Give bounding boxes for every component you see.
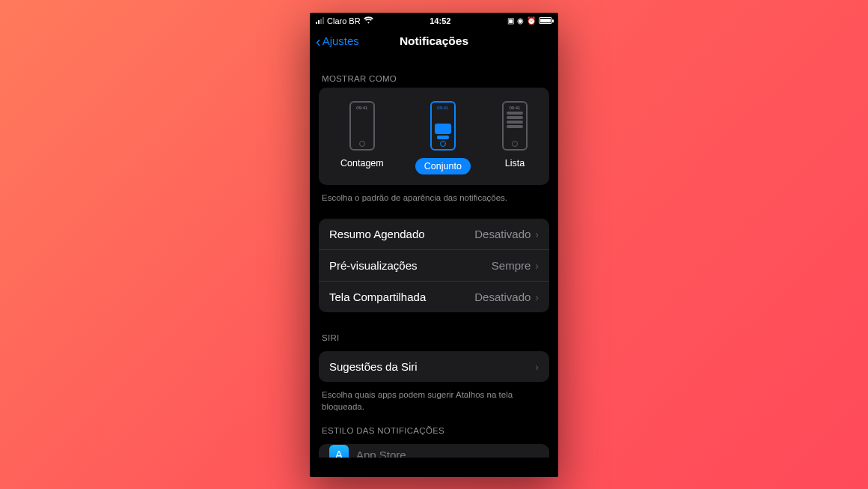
settings-list: Resumo Agendado Desativado › Pré-visuali… — [319, 219, 549, 312]
phone-frame: Claro BR 14:52 ▣ ◉ ⏰ ‹ Ajustes Notificaç… — [310, 13, 558, 477]
siri-header: SIRI — [319, 312, 549, 347]
mode-stack-label: Conjunto — [415, 158, 471, 174]
display-as-card: 09:41 Contagem 09:41 Conjunto 09:41 — [319, 88, 549, 185]
back-button[interactable]: ‹ Ajustes — [316, 34, 359, 49]
page-title: Notificações — [400, 34, 468, 48]
row-label: Tela Compartilhada — [329, 291, 426, 303]
display-as-footer: Escolha o padrão de aparência das notifi… — [319, 185, 549, 204]
mode-count[interactable]: 09:41 Contagem — [340, 101, 384, 174]
row-screen-sharing[interactable]: Tela Compartilhada Desativado › — [319, 282, 549, 312]
status-left: Claro BR — [316, 16, 373, 25]
wifi-icon — [364, 16, 373, 25]
alarm-icon: ⏰ — [527, 16, 536, 25]
content-scroll[interactable]: MOSTRAR COMO 09:41 Contagem 09:41 Conjun… — [310, 55, 558, 477]
mode-list-label: Lista — [505, 158, 525, 168]
row-label: Resumo Agendado — [329, 228, 425, 240]
row-previews[interactable]: Pré-visualizações Sempre › — [319, 250, 549, 282]
app-store-icon: A — [329, 445, 349, 458]
style-header: ESTILO DAS NOTIFICAÇÕES — [319, 413, 549, 440]
row-value: Desativado — [474, 228, 531, 240]
phone-preview-count: 09:41 — [349, 101, 375, 151]
row-value: Desativado — [474, 291, 531, 303]
status-right: ▣ ◉ ⏰ — [507, 16, 552, 25]
signal-icon — [316, 17, 324, 24]
row-value: Sempre — [492, 259, 531, 272]
navigation-bar: ‹ Ajustes Notificações — [310, 28, 558, 55]
clock-icon: ◉ — [517, 16, 524, 25]
phone-preview-list: 09:41 — [502, 101, 528, 151]
chevron-right-icon: › — [535, 260, 539, 272]
chevron-right-icon: › — [535, 361, 539, 373]
status-time: 14:52 — [430, 16, 450, 25]
siri-footer: Escolha quais apps podem sugerir Atalhos… — [319, 382, 549, 413]
mode-count-label: Contagem — [340, 158, 384, 168]
portrait-lock-icon: ▣ — [507, 16, 514, 25]
chevron-right-icon: › — [535, 228, 539, 240]
mode-stack[interactable]: 09:41 Conjunto — [415, 101, 471, 174]
chevron-left-icon: ‹ — [316, 34, 321, 49]
display-as-header: MOSTRAR COMO — [319, 55, 549, 88]
siri-card: Sugestões da Siri › — [319, 351, 549, 382]
carrier-label: Claro BR — [327, 16, 361, 25]
phone-preview-stack: 09:41 — [430, 101, 456, 151]
row-label: Sugestões da Siri — [329, 360, 418, 373]
app-store-label: App Store — [356, 449, 406, 458]
back-label: Ajustes — [323, 34, 359, 47]
row-scheduled-summary[interactable]: Resumo Agendado Desativado › — [319, 219, 549, 250]
row-siri-suggestions[interactable]: Sugestões da Siri › — [319, 351, 549, 382]
chevron-right-icon: › — [535, 291, 539, 303]
app-list-card: A App Store — [319, 444, 549, 458]
status-bar: Claro BR 14:52 ▣ ◉ ⏰ — [310, 13, 558, 28]
battery-icon — [539, 17, 552, 24]
mode-list[interactable]: 09:41 Lista — [502, 101, 528, 174]
row-label: Pré-visualizações — [329, 259, 418, 272]
